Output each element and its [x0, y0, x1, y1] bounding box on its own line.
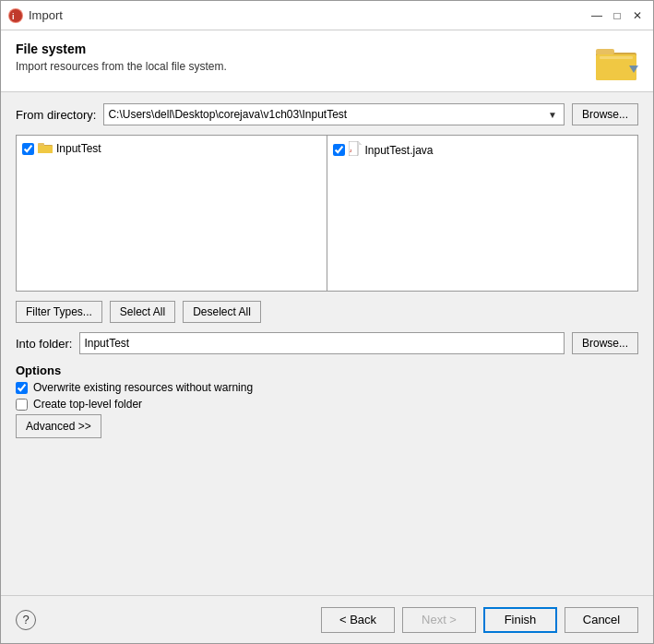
into-folder-input[interactable] — [79, 332, 565, 354]
folder-name: InputTest — [56, 142, 101, 155]
next-button[interactable]: Next > — [402, 607, 476, 633]
svg-rect-5 — [600, 56, 633, 59]
from-directory-browse-button[interactable]: Browse... — [572, 103, 638, 125]
into-folder-row: Into folder: Browse... — [16, 332, 638, 354]
maximize-button[interactable]: □ — [609, 7, 625, 24]
folder-small-icon — [38, 141, 53, 156]
top-level-checkbox[interactable] — [16, 399, 28, 411]
header-area: File system Import resources from the lo… — [1, 30, 653, 92]
file-checkbox[interactable] — [333, 144, 345, 156]
window-controls: — □ ✕ — [589, 7, 646, 24]
finish-button[interactable]: Finish — [483, 607, 557, 633]
deselect-all-button[interactable]: Deselect All — [183, 301, 261, 323]
svg-rect-9 — [38, 146, 53, 153]
title-bar: i Import — □ ✕ — [1, 1, 653, 30]
top-level-option-row: Create top-level folder — [16, 398, 638, 411]
header-subtitle: Import resources from the local file sys… — [16, 60, 227, 73]
folder-icon — [594, 42, 638, 82]
svg-text:i: i — [12, 12, 15, 21]
overwrite-label: Overwrite existing resources without war… — [33, 381, 253, 394]
into-folder-label: Into folder: — [16, 337, 72, 351]
window-title: Import — [29, 8, 589, 22]
from-directory-row: From directory: C:\Users\dell\Desktop\co… — [16, 103, 638, 125]
list-item: J InputTest.java — [331, 139, 635, 161]
java-file-icon: J — [349, 141, 362, 159]
from-directory-label: From directory: — [16, 108, 96, 122]
action-buttons-row: Filter Types... Select All Deselect All — [16, 301, 638, 323]
advanced-button[interactable]: Advanced >> — [16, 414, 101, 438]
footer: ? < Back Next > Finish Cancel — [1, 595, 653, 643]
window-icon: i — [8, 8, 23, 23]
svg-rect-3 — [596, 49, 614, 54]
back-button[interactable]: < Back — [321, 607, 395, 633]
directory-combo[interactable]: C:\Users\dell\Desktop\corejava\v1ch03\In… — [103, 103, 565, 125]
top-level-label: Create top-level folder — [33, 398, 142, 411]
overwrite-option-row: Overwrite existing resources without war… — [16, 381, 638, 394]
list-item: InputTest — [20, 139, 323, 158]
cancel-button[interactable]: Cancel — [565, 607, 638, 633]
content-area: From directory: C:\Users\dell\Desktop\co… — [1, 92, 653, 595]
file-panels: InputTest J InputTest.java — [16, 135, 638, 292]
file-panel-right: J InputTest.java — [327, 136, 638, 291]
folder-checkbox[interactable] — [22, 143, 34, 155]
close-button[interactable]: ✕ — [629, 7, 646, 24]
help-button[interactable]: ? — [16, 610, 36, 630]
combo-arrow-icon: ▼ — [545, 110, 560, 120]
minimize-button[interactable]: — — [589, 7, 605, 24]
options-title: Options — [16, 364, 638, 377]
file-name: InputTest.java — [365, 144, 434, 157]
svg-marker-12 — [358, 141, 362, 145]
filter-types-button[interactable]: Filter Types... — [16, 301, 102, 323]
select-all-button[interactable]: Select All — [110, 301, 175, 323]
help-area: ? — [16, 610, 36, 630]
overwrite-checkbox[interactable] — [16, 382, 28, 394]
svg-text:J: J — [350, 149, 351, 153]
footer-buttons: < Back Next > Finish Cancel — [321, 607, 638, 633]
into-folder-browse-button[interactable]: Browse... — [572, 332, 638, 354]
import-window: i Import — □ ✕ File system Import resour… — [0, 0, 654, 644]
options-section: Options Overwrite existing resources wit… — [16, 364, 638, 438]
file-panel-left: InputTest — [17, 136, 327, 291]
header-text: File system Import resources from the lo… — [16, 42, 227, 73]
directory-value: C:\Users\dell\Desktop\corejava\v1ch03\In… — [108, 108, 347, 121]
header-title: File system — [16, 42, 227, 56]
